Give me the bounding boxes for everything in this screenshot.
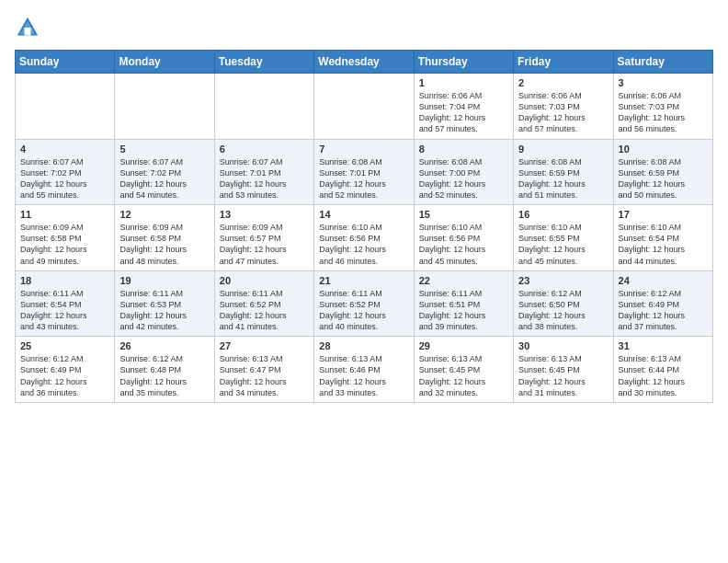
day-info: Sunrise: 6:06 AM Sunset: 7:04 PM Dayligh…	[419, 90, 508, 135]
day-number: 29	[419, 340, 508, 351]
day-info: Sunrise: 6:13 AM Sunset: 6:44 PM Dayligh…	[619, 353, 708, 398]
day-number: 18	[20, 275, 109, 286]
calendar-cell: 22Sunrise: 6:11 AM Sunset: 6:51 PM Dayli…	[414, 270, 513, 337]
day-number: 21	[319, 275, 408, 286]
page-header	[15, 15, 713, 40]
day-info: Sunrise: 6:10 AM Sunset: 6:56 PM Dayligh…	[319, 222, 408, 267]
calendar-cell: 21Sunrise: 6:11 AM Sunset: 6:52 PM Dayli…	[314, 270, 414, 337]
day-info: Sunrise: 6:08 AM Sunset: 6:59 PM Dayligh…	[518, 156, 608, 201]
day-info: Sunrise: 6:12 AM Sunset: 6:48 PM Dayligh…	[119, 353, 209, 398]
day-number: 26	[119, 340, 209, 351]
calendar-cell	[16, 74, 115, 140]
day-number: 30	[518, 340, 608, 351]
calendar-cell: 12Sunrise: 6:09 AM Sunset: 6:58 PM Dayli…	[115, 205, 214, 271]
weekday-header-monday: Monday	[115, 51, 214, 74]
day-number: 25	[20, 340, 109, 351]
calendar-week-1: 1Sunrise: 6:06 AM Sunset: 7:04 PM Daylig…	[16, 74, 713, 140]
day-number: 23	[518, 275, 608, 286]
day-number: 22	[419, 275, 508, 286]
day-number: 1	[419, 77, 508, 88]
calendar-cell: 26Sunrise: 6:12 AM Sunset: 6:48 PM Dayli…	[115, 337, 214, 403]
calendar-cell	[214, 74, 313, 140]
weekday-header-tuesday: Tuesday	[214, 51, 313, 74]
day-number: 16	[518, 209, 608, 220]
calendar-week-3: 11Sunrise: 6:09 AM Sunset: 6:58 PM Dayli…	[16, 205, 713, 271]
calendar-cell: 6Sunrise: 6:07 AM Sunset: 7:01 PM Daylig…	[214, 139, 313, 205]
calendar-cell	[314, 74, 414, 140]
day-info: Sunrise: 6:12 AM Sunset: 6:49 PM Dayligh…	[619, 288, 708, 333]
day-info: Sunrise: 6:11 AM Sunset: 6:54 PM Dayligh…	[20, 288, 109, 333]
calendar-week-5: 25Sunrise: 6:12 AM Sunset: 6:49 PM Dayli…	[16, 337, 713, 403]
day-info: Sunrise: 6:09 AM Sunset: 6:58 PM Dayligh…	[20, 222, 109, 267]
day-info: Sunrise: 6:06 AM Sunset: 7:03 PM Dayligh…	[518, 90, 608, 135]
day-info: Sunrise: 6:07 AM Sunset: 7:02 PM Dayligh…	[119, 156, 209, 201]
day-info: Sunrise: 6:06 AM Sunset: 7:03 PM Dayligh…	[619, 90, 708, 135]
calendar-cell: 15Sunrise: 6:10 AM Sunset: 6:56 PM Dayli…	[414, 205, 513, 271]
day-info: Sunrise: 6:12 AM Sunset: 6:50 PM Dayligh…	[518, 288, 608, 333]
day-info: Sunrise: 6:12 AM Sunset: 6:49 PM Dayligh…	[20, 353, 109, 398]
weekday-header-friday: Friday	[514, 51, 613, 74]
calendar-cell	[115, 74, 214, 140]
calendar-cell: 7Sunrise: 6:08 AM Sunset: 7:01 PM Daylig…	[314, 139, 414, 205]
day-number: 8	[419, 144, 508, 155]
day-number: 14	[319, 209, 408, 220]
day-number: 11	[20, 209, 109, 220]
day-number: 24	[619, 275, 708, 286]
calendar-week-2: 4Sunrise: 6:07 AM Sunset: 7:02 PM Daylig…	[16, 139, 713, 205]
day-number: 15	[419, 209, 508, 220]
day-info: Sunrise: 6:10 AM Sunset: 6:56 PM Dayligh…	[419, 222, 508, 267]
logo	[15, 15, 44, 40]
day-info: Sunrise: 6:13 AM Sunset: 6:45 PM Dayligh…	[419, 353, 508, 398]
day-number: 4	[20, 144, 109, 155]
weekday-header-saturday: Saturday	[613, 51, 712, 74]
weekday-header-sunday: Sunday	[16, 51, 115, 74]
calendar-cell: 25Sunrise: 6:12 AM Sunset: 6:49 PM Dayli…	[16, 337, 115, 403]
day-info: Sunrise: 6:08 AM Sunset: 7:00 PM Dayligh…	[419, 156, 508, 201]
calendar-cell: 24Sunrise: 6:12 AM Sunset: 6:49 PM Dayli…	[613, 270, 712, 337]
day-number: 20	[220, 275, 309, 286]
calendar-cell: 17Sunrise: 6:10 AM Sunset: 6:54 PM Dayli…	[613, 205, 712, 271]
day-info: Sunrise: 6:09 AM Sunset: 6:58 PM Dayligh…	[119, 222, 209, 267]
calendar-cell: 27Sunrise: 6:13 AM Sunset: 6:47 PM Dayli…	[214, 337, 313, 403]
calendar-cell: 16Sunrise: 6:10 AM Sunset: 6:55 PM Dayli…	[514, 205, 613, 271]
calendar-cell: 23Sunrise: 6:12 AM Sunset: 6:50 PM Dayli…	[514, 270, 613, 337]
day-info: Sunrise: 6:13 AM Sunset: 6:46 PM Dayligh…	[319, 353, 408, 398]
day-info: Sunrise: 6:08 AM Sunset: 7:01 PM Dayligh…	[319, 156, 408, 201]
calendar-cell: 4Sunrise: 6:07 AM Sunset: 7:02 PM Daylig…	[16, 139, 115, 205]
day-number: 2	[518, 77, 608, 88]
day-number: 31	[619, 340, 708, 351]
calendar-cell: 10Sunrise: 6:08 AM Sunset: 6:59 PM Dayli…	[613, 139, 712, 205]
calendar-cell: 11Sunrise: 6:09 AM Sunset: 6:58 PM Dayli…	[16, 205, 115, 271]
day-info: Sunrise: 6:07 AM Sunset: 7:02 PM Dayligh…	[20, 156, 109, 201]
calendar-cell: 13Sunrise: 6:09 AM Sunset: 6:57 PM Dayli…	[214, 205, 313, 271]
calendar-cell: 9Sunrise: 6:08 AM Sunset: 6:59 PM Daylig…	[514, 139, 613, 205]
day-number: 3	[619, 77, 708, 88]
day-number: 27	[220, 340, 309, 351]
day-number: 19	[119, 275, 209, 286]
day-number: 9	[518, 144, 608, 155]
day-info: Sunrise: 6:10 AM Sunset: 6:55 PM Dayligh…	[518, 222, 608, 267]
calendar-cell: 1Sunrise: 6:06 AM Sunset: 7:04 PM Daylig…	[414, 74, 513, 140]
calendar-cell: 3Sunrise: 6:06 AM Sunset: 7:03 PM Daylig…	[613, 74, 712, 140]
calendar-table: SundayMondayTuesdayWednesdayThursdayFrid…	[15, 50, 713, 403]
svg-rect-2	[25, 28, 31, 35]
day-number: 28	[319, 340, 408, 351]
weekday-header-thursday: Thursday	[414, 51, 513, 74]
logo-icon	[15, 15, 40, 40]
calendar-cell: 18Sunrise: 6:11 AM Sunset: 6:54 PM Dayli…	[16, 270, 115, 337]
day-info: Sunrise: 6:11 AM Sunset: 6:52 PM Dayligh…	[319, 288, 408, 333]
calendar-cell: 8Sunrise: 6:08 AM Sunset: 7:00 PM Daylig…	[414, 139, 513, 205]
day-info: Sunrise: 6:08 AM Sunset: 6:59 PM Dayligh…	[619, 156, 708, 201]
day-number: 17	[619, 209, 708, 220]
weekday-header-row: SundayMondayTuesdayWednesdayThursdayFrid…	[16, 51, 713, 74]
day-info: Sunrise: 6:11 AM Sunset: 6:52 PM Dayligh…	[220, 288, 309, 333]
calendar-cell: 5Sunrise: 6:07 AM Sunset: 7:02 PM Daylig…	[115, 139, 214, 205]
day-info: Sunrise: 6:10 AM Sunset: 6:54 PM Dayligh…	[619, 222, 708, 267]
calendar-cell: 19Sunrise: 6:11 AM Sunset: 6:53 PM Dayli…	[115, 270, 214, 337]
day-number: 12	[119, 209, 209, 220]
calendar-cell: 28Sunrise: 6:13 AM Sunset: 6:46 PM Dayli…	[314, 337, 414, 403]
calendar-cell: 2Sunrise: 6:06 AM Sunset: 7:03 PM Daylig…	[514, 74, 613, 140]
day-info: Sunrise: 6:11 AM Sunset: 6:53 PM Dayligh…	[119, 288, 209, 333]
calendar-cell: 20Sunrise: 6:11 AM Sunset: 6:52 PM Dayli…	[214, 270, 313, 337]
day-info: Sunrise: 6:11 AM Sunset: 6:51 PM Dayligh…	[419, 288, 508, 333]
